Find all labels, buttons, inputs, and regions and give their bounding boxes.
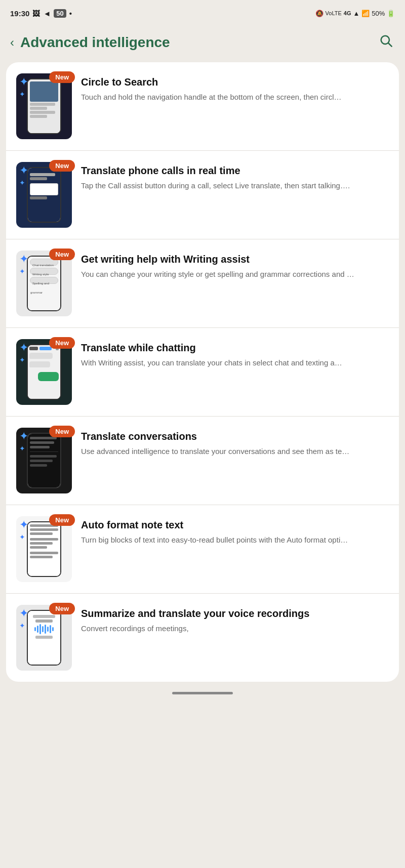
new-badge-chatting: New xyxy=(49,337,75,349)
feature-auto-format[interactable]: ✦✦ New Auto format note tex xyxy=(6,505,399,594)
search-button[interactable] xyxy=(379,33,393,51)
thumb-image: ✦✦ xyxy=(16,339,72,405)
screen-block xyxy=(30,183,58,195)
wave-4 xyxy=(42,626,44,632)
header-left: ‹ Advanced intelligence xyxy=(10,34,170,51)
feature-text-writing: Get writing help with Writing assist You… xyxy=(81,251,389,280)
feature-writing-assist[interactable]: ✦✦ Chat translation Writing style Spelli… xyxy=(6,239,399,328)
scroll-indicator xyxy=(172,692,233,694)
feature-text-voice: Summarize and translate your voice recor… xyxy=(81,605,389,635)
status-icon-nav: ◄ xyxy=(43,9,51,18)
sparkle-icon: ✦✦ xyxy=(19,608,28,630)
page-header: ‹ Advanced intelligence xyxy=(0,24,405,59)
feature-title-chatting: Translate while chatting xyxy=(81,341,389,354)
chat-lang xyxy=(39,347,51,350)
status-dot: • xyxy=(69,9,72,18)
thumb-summarize-voice: ✦✦ xyxy=(16,605,72,671)
new-badge-writing: New xyxy=(49,249,75,260)
new-badge-circle: New xyxy=(49,71,75,83)
feature-desc-circle: Touch and hold the navigation handle at … xyxy=(81,92,389,103)
feature-text-conversations: Translate conversations Use advanced int… xyxy=(81,428,389,458)
voice-line-3 xyxy=(35,636,53,639)
notification-badge: 50 xyxy=(54,9,66,18)
chat-name xyxy=(29,347,38,350)
feature-text-chatting: Translate while chatting With Writing as… xyxy=(81,339,389,369)
conv-line-5 xyxy=(30,460,53,462)
screen-line-3 xyxy=(30,111,55,114)
chat-bubble-1 xyxy=(29,353,53,359)
phone-screen xyxy=(28,611,60,665)
feature-desc-voice: Convert recordings of meetings, xyxy=(81,623,389,635)
conv-line-4 xyxy=(30,455,57,458)
new-badge-auto-format: New xyxy=(49,514,75,526)
thumb-circle-to-search: ✦✦ New xyxy=(16,73,72,139)
feature-text-auto-format: Auto format note text Turn big blocks of… xyxy=(81,516,389,546)
feature-circle-to-search[interactable]: ✦✦ New Circle to Search Touch and hold t… xyxy=(6,62,399,151)
thumb-writing-assist: ✦✦ Chat translation Writing style Spelli… xyxy=(16,251,72,316)
conv-line-2 xyxy=(30,441,54,444)
new-badge-conversations: New xyxy=(49,426,75,437)
feature-title-circle: Circle to Search xyxy=(81,75,389,89)
phone-screen: Chat translation Writing style Spelling … xyxy=(28,257,60,310)
feature-translate-conversations[interactable]: ✦✦ New Translate conversations Use xyxy=(6,417,399,505)
voice-line-2 xyxy=(35,619,53,623)
notes-line-7 xyxy=(30,552,58,554)
status-left: 19:30 🖼 ◄ 50 • xyxy=(10,9,72,18)
screen-image xyxy=(30,81,58,102)
feature-desc-chatting: With Writing assist, you can translate y… xyxy=(81,357,389,369)
screen-line-4 xyxy=(30,115,47,118)
notes-line-4 xyxy=(30,538,58,541)
notes-line-5 xyxy=(30,542,53,545)
thumb-image: ✦✦ xyxy=(16,73,72,139)
screen-line-2 xyxy=(30,177,47,180)
signal-bars-2: 📶 xyxy=(361,10,370,17)
time-display: 19:30 xyxy=(10,9,29,18)
feature-summarize-voice[interactable]: ✦✦ xyxy=(6,594,399,682)
signal-bars: ▲ xyxy=(353,10,359,17)
phone-screen xyxy=(28,345,60,399)
svg-line-1 xyxy=(388,43,391,46)
wave-8 xyxy=(52,627,54,631)
thumb-image: ✦✦ xyxy=(16,428,72,493)
conv-line-1 xyxy=(30,437,57,439)
feature-desc-calls: Tap the Call assist button during a call… xyxy=(81,180,389,192)
wave-5 xyxy=(45,625,46,634)
phone-screen xyxy=(28,434,60,487)
chat-bubble-2 xyxy=(29,361,50,367)
wave-2 xyxy=(37,626,38,633)
sparkle-icon: ✦✦ xyxy=(19,431,28,453)
feature-text-circle: Circle to Search Touch and hold the navi… xyxy=(81,73,389,103)
wave-3 xyxy=(39,624,41,634)
feature-translate-calls[interactable]: ✦✦ New Translate phone calls in real tim… xyxy=(6,151,399,239)
wave-6 xyxy=(47,627,49,632)
sparkle-icon: ✦✦ xyxy=(19,519,28,542)
sparkle-icon: ✦✦ xyxy=(19,254,28,276)
feature-translate-chatting[interactable]: ✦✦ New Translate whil xyxy=(6,328,399,417)
feature-text-calls: Translate phone calls in real time Tap t… xyxy=(81,162,389,192)
sparkle-icon: ✦✦ xyxy=(19,165,28,187)
conv-line-3 xyxy=(30,446,50,448)
notes-line-6 xyxy=(30,546,47,549)
wave-1 xyxy=(34,627,36,631)
screen-line-3 xyxy=(30,196,47,199)
phone-mockup xyxy=(27,78,61,134)
sparkle-icon: ✦✦ xyxy=(19,342,28,364)
thumb-translate-chatting: ✦✦ New xyxy=(16,339,72,405)
notes-line-2 xyxy=(30,528,58,531)
voice-line-1 xyxy=(33,615,56,618)
phone-mockup xyxy=(27,344,61,400)
feature-title-writing: Get writing help with Writing assist xyxy=(81,253,389,266)
wave-7 xyxy=(50,625,51,633)
writing-btn-2: Writing style xyxy=(30,268,58,275)
feature-title-calls: Translate phone calls in real time xyxy=(81,164,389,177)
status-bar: 19:30 🖼 ◄ 50 • 🔕 VoLTE 4G ▲ 📶 50% 🔋 xyxy=(0,0,405,24)
back-button[interactable]: ‹ xyxy=(10,35,14,50)
feature-desc-writing: You can change your writing style or get… xyxy=(81,269,389,280)
notes-line-3 xyxy=(30,532,53,535)
phone-screen xyxy=(28,522,60,576)
thumb-image: ✦✦ xyxy=(16,605,72,671)
screen-line-1 xyxy=(30,173,55,176)
phone-screen xyxy=(28,168,60,222)
features-card: ✦✦ New Circle to Search Touch and hold t… xyxy=(6,62,399,682)
status-icon-photo: 🖼 xyxy=(32,9,40,18)
